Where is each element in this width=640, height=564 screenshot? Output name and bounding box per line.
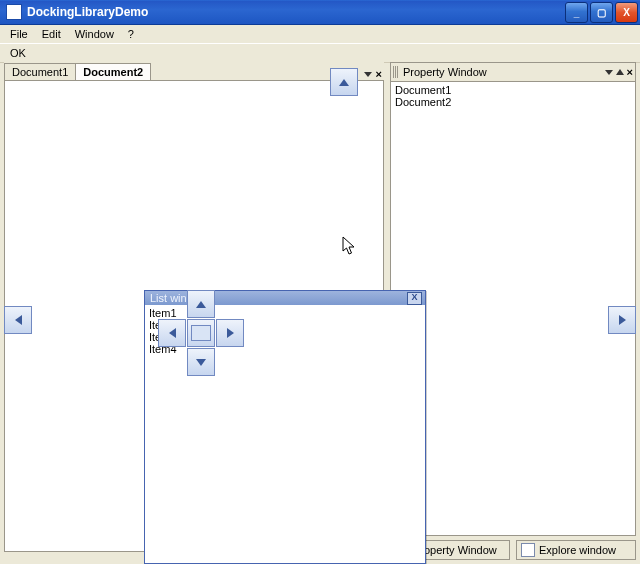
menu-help[interactable]: ?	[122, 26, 140, 42]
grip-icon	[393, 66, 399, 78]
arrow-down-icon	[196, 359, 206, 366]
property-menu-icon[interactable]	[605, 70, 613, 75]
menu-edit[interactable]: Edit	[36, 26, 67, 42]
menu-file[interactable]: File	[4, 26, 34, 42]
toolbar-ok[interactable]: OK	[4, 45, 32, 61]
window-title: DockingLibraryDemo	[27, 5, 563, 19]
window-titlebar: DockingLibraryDemo _ ▢ X	[0, 0, 640, 25]
pin-icon[interactable]	[616, 69, 624, 75]
tab-document2[interactable]: Document2	[75, 63, 151, 80]
tab-close-icon[interactable]: ×	[376, 68, 382, 80]
dock-center-icon	[191, 325, 211, 341]
autohide-strip: Property Window Explore window	[390, 540, 636, 560]
property-close-icon[interactable]: ×	[627, 66, 633, 78]
autohide-label: Explore window	[539, 544, 616, 556]
tool-bar: OK	[0, 43, 640, 63]
arrow-right-icon	[619, 315, 626, 325]
dock-diamond-right[interactable]	[216, 319, 244, 347]
minimize-button[interactable]: _	[565, 2, 588, 23]
dock-hint-left[interactable]	[4, 306, 32, 334]
property-title: Property Window	[403, 66, 605, 78]
floating-close-icon[interactable]: X	[407, 292, 422, 305]
arrow-left-icon	[15, 315, 22, 325]
dock-diamond-top[interactable]	[187, 290, 215, 318]
menu-window[interactable]: Window	[69, 26, 120, 42]
dock-hint-top[interactable]	[330, 68, 358, 96]
dock-hint-right[interactable]	[608, 306, 636, 334]
document-tabstrip: Document1 Document2 ×	[4, 62, 384, 80]
menu-bar: File Edit Window ?	[0, 25, 640, 43]
property-body: Document1 Document2	[390, 81, 636, 536]
tab-document1[interactable]: Document1	[4, 63, 76, 80]
autohide-explore-window[interactable]: Explore window	[516, 540, 636, 560]
close-button[interactable]: X	[615, 2, 638, 23]
workspace: Document1 Document2 × Property Window × …	[0, 62, 640, 564]
tab-menu-dropdown-icon[interactable]	[364, 72, 372, 77]
dock-diamond-left[interactable]	[158, 319, 186, 347]
list-item[interactable]: Document2	[395, 96, 631, 108]
list-item[interactable]: Document1	[395, 84, 631, 96]
property-header[interactable]: Property Window ×	[390, 62, 636, 81]
arrow-up-icon	[196, 301, 206, 308]
arrow-up-icon	[339, 79, 349, 86]
arrow-left-icon	[169, 328, 176, 338]
window-icon	[521, 543, 535, 557]
dock-diamond-center[interactable]	[187, 319, 215, 347]
dock-diamond-bottom[interactable]	[187, 348, 215, 376]
property-pane: Property Window × Document1 Document2	[390, 62, 636, 536]
maximize-button[interactable]: ▢	[590, 2, 613, 23]
app-icon	[6, 4, 22, 20]
arrow-right-icon	[227, 328, 234, 338]
dock-diamond	[156, 288, 244, 376]
